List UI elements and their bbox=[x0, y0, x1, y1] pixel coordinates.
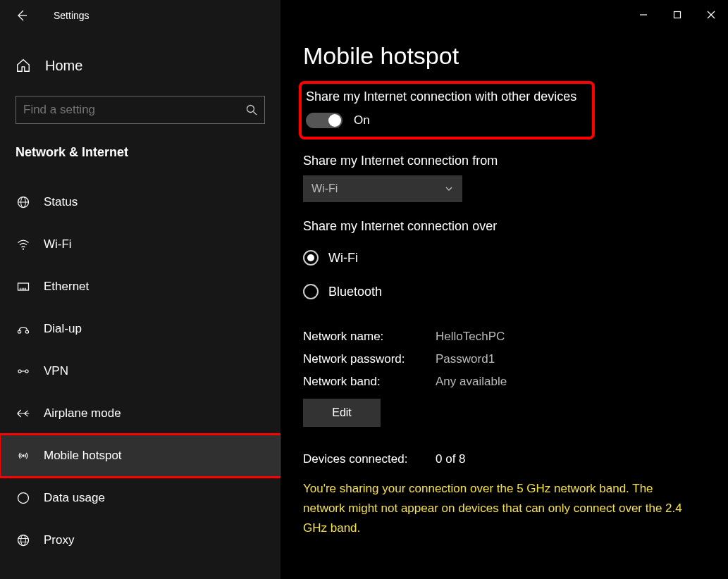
share-from-value: Wi-Fi bbox=[311, 182, 338, 195]
devices-connected-row: Devices connected: 0 of 8 bbox=[303, 452, 728, 466]
network-password-value: Password1 bbox=[436, 348, 495, 371]
devices-connected-key: Devices connected: bbox=[303, 452, 436, 466]
ethernet-icon bbox=[16, 280, 31, 294]
sidebar-item-label: Dial-up bbox=[44, 322, 82, 336]
dialup-icon bbox=[16, 322, 31, 336]
page-title: Mobile hotspot bbox=[303, 42, 728, 70]
sidebar-item-dialup[interactable]: Dial-up bbox=[0, 308, 280, 350]
sidebar-item-label: Proxy bbox=[44, 533, 74, 547]
svg-rect-13 bbox=[25, 331, 28, 333]
minimize-button[interactable] bbox=[627, 4, 660, 25]
vpn-icon bbox=[16, 364, 31, 378]
sidebar-item-label: Status bbox=[44, 195, 78, 209]
network-name-value: HelloTechPC bbox=[436, 325, 505, 348]
nav-list: Status Wi-Fi Ethernet Dial-up bbox=[0, 181, 280, 561]
network-info: Network name: HelloTechPC Network passwo… bbox=[303, 325, 728, 427]
sidebar-item-wifi[interactable]: Wi-Fi bbox=[0, 223, 280, 266]
titlebar: Settings bbox=[0, 0, 280, 31]
radio-bluetooth-label: Bluetooth bbox=[328, 285, 382, 299]
close-button[interactable] bbox=[694, 4, 728, 25]
radio-wifi-label: Wi-Fi bbox=[328, 251, 358, 266]
sidebar-item-label: Airplane mode bbox=[44, 406, 121, 421]
datausage-icon bbox=[16, 491, 31, 505]
share-toggle-highlight: Share my Internet connection with other … bbox=[299, 81, 595, 139]
svg-rect-7 bbox=[18, 283, 29, 290]
back-button[interactable] bbox=[13, 6, 31, 25]
network-band-value: Any available bbox=[436, 371, 507, 393]
sidebar-item-status[interactable]: Status bbox=[0, 181, 280, 223]
sidebar-item-hotspot[interactable]: Mobile hotspot bbox=[0, 435, 280, 477]
sidebar: Settings Home Network & Internet Stat bbox=[0, 0, 280, 579]
sidebar-item-label: VPN bbox=[44, 364, 68, 378]
svg-rect-24 bbox=[674, 12, 681, 18]
globe-icon bbox=[16, 195, 31, 209]
edit-button[interactable]: Edit bbox=[303, 399, 381, 427]
radio-bluetooth-row[interactable]: Bluetooth bbox=[303, 275, 728, 309]
share-label: Share my Internet connection with other … bbox=[306, 89, 584, 104]
svg-rect-12 bbox=[18, 331, 21, 333]
toggle-row: On bbox=[306, 113, 584, 128]
home-icon bbox=[16, 58, 31, 73]
radio-wifi[interactable] bbox=[303, 250, 319, 266]
svg-point-6 bbox=[23, 249, 24, 250]
main-content: Mobile hotspot Share my Internet connect… bbox=[280, 0, 728, 579]
radio-wifi-row[interactable]: Wi-Fi bbox=[303, 241, 728, 275]
search-input[interactable] bbox=[23, 103, 236, 117]
home-nav[interactable]: Home bbox=[0, 48, 280, 83]
svg-point-17 bbox=[22, 454, 24, 456]
share-from-select[interactable]: Wi-Fi bbox=[303, 175, 462, 202]
radio-bluetooth[interactable] bbox=[303, 284, 319, 299]
sidebar-item-vpn[interactable]: VPN bbox=[0, 350, 280, 392]
wifi-icon bbox=[16, 237, 31, 251]
sidebar-item-airplane[interactable]: Airplane mode bbox=[0, 392, 280, 435]
toggle-knob bbox=[328, 114, 341, 127]
sidebar-item-label: Ethernet bbox=[44, 280, 89, 294]
window-title: Settings bbox=[54, 10, 90, 21]
svg-point-15 bbox=[25, 370, 28, 373]
svg-line-2 bbox=[254, 112, 257, 116]
network-band-row: Network band: Any available bbox=[303, 371, 728, 393]
network-name-key: Network name: bbox=[303, 325, 436, 348]
search-icon bbox=[246, 104, 257, 116]
search-container bbox=[0, 96, 280, 124]
sidebar-item-label: Data usage bbox=[44, 491, 105, 505]
svg-point-14 bbox=[18, 370, 21, 373]
chevron-down-icon bbox=[444, 184, 454, 194]
category-title: Network & Internet bbox=[0, 145, 280, 160]
sidebar-item-label: Wi-Fi bbox=[44, 237, 72, 251]
sidebar-item-proxy[interactable]: Proxy bbox=[0, 519, 280, 561]
toggle-state-text: On bbox=[354, 113, 370, 127]
network-band-key: Network band: bbox=[303, 371, 436, 393]
network-password-key: Network password: bbox=[303, 348, 436, 371]
hotspot-icon bbox=[16, 449, 31, 463]
settings-window: Settings Home Network & Internet Stat bbox=[0, 0, 728, 579]
maximize-button[interactable] bbox=[660, 4, 694, 25]
svg-point-1 bbox=[247, 106, 254, 113]
devices-connected-value: 0 of 8 bbox=[436, 452, 466, 466]
network-name-row: Network name: HelloTechPC bbox=[303, 325, 728, 348]
network-password-row: Network password: Password1 bbox=[303, 348, 728, 371]
sidebar-item-label: Mobile hotspot bbox=[44, 449, 122, 463]
svg-point-20 bbox=[21, 535, 26, 546]
home-label: Home bbox=[45, 58, 82, 74]
share-from-label: Share my Internet connection from bbox=[303, 154, 728, 168]
svg-point-19 bbox=[18, 535, 29, 546]
share-over-label: Share my Internet connection over bbox=[303, 219, 728, 234]
window-controls bbox=[627, 4, 728, 25]
band-warning: You're sharing your connection over the … bbox=[303, 479, 698, 538]
search-box[interactable] bbox=[16, 96, 265, 124]
airplane-icon bbox=[16, 406, 31, 421]
sidebar-item-datausage[interactable]: Data usage bbox=[0, 477, 280, 519]
sidebar-item-ethernet[interactable]: Ethernet bbox=[0, 266, 280, 308]
share-toggle[interactable] bbox=[306, 113, 343, 128]
proxy-icon bbox=[16, 533, 31, 547]
